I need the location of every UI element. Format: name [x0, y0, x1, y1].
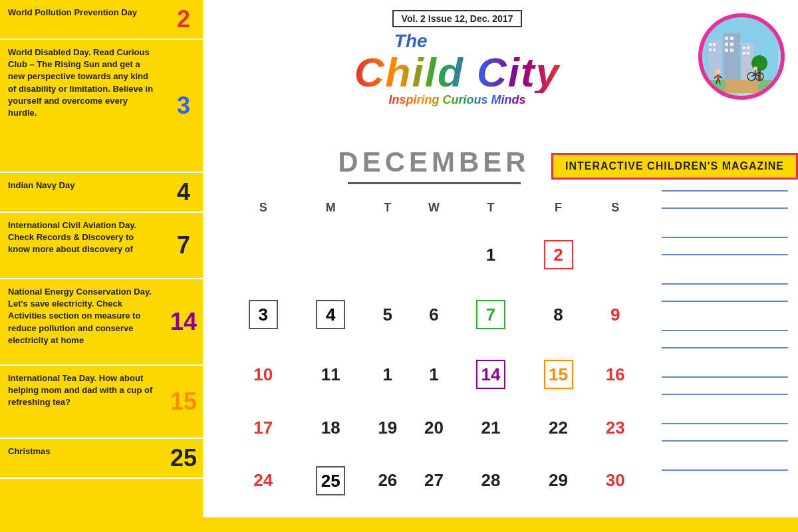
svg-rect-10 [730, 43, 733, 46]
sidebar-item-6: International Tea Day. How about helping… [0, 366, 203, 439]
right-line-4 [662, 254, 788, 255]
svg-rect-12 [730, 49, 733, 52]
svg-rect-7 [725, 37, 728, 40]
day-header-tue: T [364, 198, 411, 225]
interactive-badge: INTERACTIVE CHILDREN'S MAGAZINE [551, 153, 798, 180]
cal-cell-dec8: 8 [525, 285, 593, 344]
main-content: Vol. 2 Issue 12, Dec. 2017 The Child Cit… [203, 0, 798, 532]
cal-cell [297, 225, 365, 285]
calendar-section: DECEMBER S M T W T F S [203, 146, 652, 517]
right-line-7 [662, 330, 788, 331]
cal-cell-dec26: 26 [364, 451, 411, 511]
svg-rect-19 [725, 80, 758, 93]
magazine-illustration [698, 13, 785, 100]
cal-cell-dec5: 5 [364, 285, 411, 344]
logo-child-city: Child City [354, 52, 560, 93]
cal-cell-dec11: 11 [297, 344, 365, 404]
right-line-12 [662, 440, 788, 442]
cal-cell-dec16: 16 [592, 344, 638, 404]
sidebar-item-4: International Civil Aviation Day. Check … [0, 213, 203, 279]
sidebar-item-3-text: Indian Navy Day [0, 173, 164, 211]
svg-rect-16 [743, 52, 745, 55]
cal-cell-dec10: 10 [229, 344, 297, 404]
sidebar: World Pollution Prevention Day 2 World D… [0, 0, 203, 532]
cal-cell-dec18: 18 [297, 405, 365, 451]
sidebar-item-3-number: 4 [164, 173, 203, 211]
cal-cell [592, 225, 638, 285]
day-header-fri: F [525, 198, 593, 225]
cal-cell-dec25: 25 [297, 451, 365, 511]
calendar-week-1: 1 2 [229, 225, 638, 285]
cal-cell-dec6: 6 [411, 285, 458, 344]
right-line-11 [662, 423, 788, 424]
svg-rect-5 [713, 49, 716, 51]
calendar-table: S M T W T F S [229, 198, 638, 511]
cal-cell-dec9: 9 [592, 285, 638, 344]
svg-rect-3 [713, 43, 716, 46]
cal-cell-dec28: 28 [457, 451, 525, 511]
cal-cell-dec7: 7 [457, 285, 525, 344]
svg-rect-8 [730, 37, 733, 40]
cal-cell-dec30: 30 [592, 451, 638, 511]
bottom-bar [203, 517, 798, 532]
cal-cell-dec20: 20 [411, 405, 458, 451]
cal-cell [364, 225, 411, 285]
day-header-sun: S [229, 198, 297, 225]
svg-rect-17 [747, 52, 749, 55]
sidebar-item-7: Christmas 25 [0, 439, 203, 479]
svg-rect-9 [725, 43, 728, 46]
sidebar-item-2: World Disabled Day. Read Curious Club – … [0, 40, 203, 173]
cal-cell-dec19: 19 [364, 405, 411, 451]
right-line-6 [662, 301, 788, 302]
cal-cell-dec4: 4 [297, 285, 365, 344]
cal-cell-dec14: 14 [457, 344, 525, 404]
cal-cell-dec29: 29 [525, 451, 593, 511]
calendar-week-3: 10 11 1 1 14 15 16 [229, 344, 638, 404]
cal-cell [229, 225, 297, 285]
sidebar-item-5-number: 14 [164, 279, 203, 364]
sidebar-item-6-number: 15 [164, 366, 203, 438]
sidebar-item-4-number: 7 [164, 213, 203, 278]
sidebar-item-5-text: National Energy Conservation Day. Let's … [0, 279, 164, 364]
logo-area: Vol. 2 Issue 12, Dec. 2017 The Child Cit… [216, 7, 698, 107]
sidebar-item-4-text: International Civil Aviation Day. Check … [0, 213, 164, 278]
sidebar-item-2-number: 3 [164, 40, 203, 172]
right-line-9 [662, 376, 788, 378]
right-line-2 [662, 207, 788, 209]
sidebar-item-7-number: 25 [164, 439, 203, 477]
logo-title: The Child City Inspiring Curious Minds [354, 31, 560, 107]
sidebar-item-5: National Energy Conservation Day. Let's … [0, 279, 203, 366]
logo-tagline: Inspiring Curious Minds [388, 93, 525, 107]
cal-cell-dec24: 24 [229, 451, 297, 511]
cal-cell-dec15: 15 [525, 344, 593, 404]
svg-point-27 [753, 66, 757, 70]
sidebar-item-1-text: World Pollution Prevention Day [0, 0, 164, 39]
sidebar-item-2-text: World Disabled Day. Read Curious Club – … [0, 40, 164, 172]
right-line-1 [662, 190, 788, 192]
cal-cell [411, 225, 458, 285]
svg-rect-6 [724, 33, 740, 86]
svg-rect-4 [709, 49, 712, 51]
sidebar-item-7-text: Christmas [0, 439, 164, 477]
calendar-week-2: 3 4 5 6 7 8 9 [229, 285, 638, 344]
header: Vol. 2 Issue 12, Dec. 2017 The Child Cit… [203, 0, 798, 146]
right-line-3 [662, 237, 788, 238]
right-line-10 [662, 394, 788, 395]
calendar-week-5: 24 25 26 27 28 29 30 [229, 451, 638, 511]
svg-point-28 [716, 69, 721, 74]
cal-cell-dec17: 17 [229, 405, 297, 451]
cal-cell-dec2: 2 [525, 225, 593, 285]
day-header-mon: M [297, 198, 365, 225]
cal-cell-dec22: 22 [525, 405, 593, 451]
svg-rect-11 [725, 49, 728, 52]
cal-cell-dec27: 27 [411, 451, 458, 511]
cal-cell-dec21: 21 [457, 405, 525, 451]
right-panel [652, 146, 798, 517]
sidebar-item-3: Indian Navy Day 4 [0, 173, 203, 213]
cal-cell-dec3: 3 [229, 285, 297, 344]
cal-cell-dec12: 1 [364, 344, 411, 404]
right-line-13 [662, 469, 788, 471]
cal-cell-dec23: 23 [592, 405, 638, 451]
cal-cell-dec13: 1 [411, 344, 458, 404]
svg-rect-14 [743, 47, 745, 49]
